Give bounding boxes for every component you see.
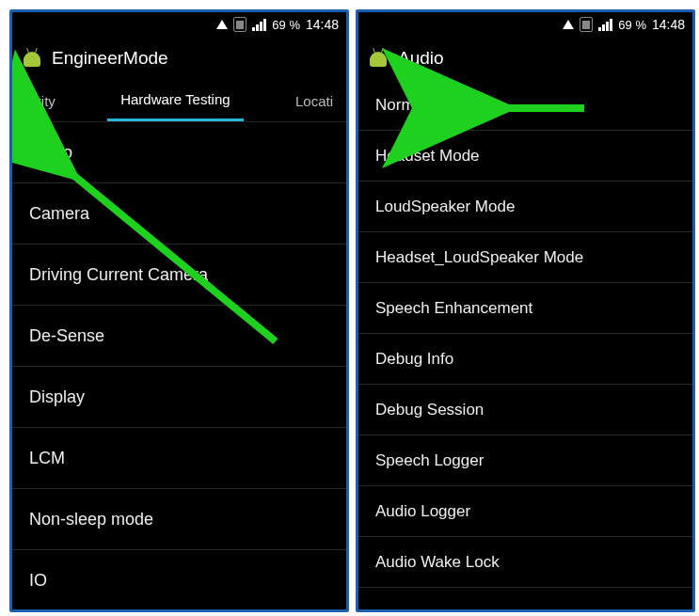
wifi-icon [563, 20, 574, 29]
screen-title: Audio [398, 48, 444, 69]
audio-list: Normal Mode Headset Mode LoudSpeaker Mod… [358, 80, 692, 588]
clock-text: 14:48 [652, 17, 685, 32]
sim-icon [233, 17, 246, 32]
list-item-non-sleep-mode[interactable]: Non-sleep mode [12, 489, 346, 550]
hardware-list: Audio Camera Driving Current Camera De-S… [12, 122, 346, 611]
list-item-io[interactable]: IO [12, 550, 346, 611]
title-bar: Audio [358, 37, 692, 80]
tab-hardware-testing[interactable]: Hardware Testing [107, 80, 243, 121]
list-item-debug-session[interactable]: Debug Session [358, 385, 692, 435]
battery-text: 69 % [618, 18, 646, 32]
clock-text: 14:48 [306, 17, 339, 32]
android-icon [22, 48, 42, 69]
list-item-headset-mode[interactable]: Headset Mode [358, 131, 692, 182]
signal-icon [598, 19, 612, 31]
status-bar: 69 % 14:48 [358, 12, 692, 37]
list-item-speech-enhancement[interactable]: Speech Enhancement [358, 283, 692, 334]
sim-icon [580, 17, 593, 32]
list-item-debug-info[interactable]: Debug Info [358, 334, 692, 385]
list-item-audio-wake-lock[interactable]: Audio Wake Lock [358, 537, 692, 588]
signal-icon [252, 19, 266, 31]
android-icon [368, 48, 389, 69]
list-item-speech-logger[interactable]: Speech Logger [358, 435, 692, 486]
status-bar: 69 % 14:48 [12, 12, 346, 37]
list-item-audio-logger[interactable]: Audio Logger [358, 486, 692, 537]
list-item-lcm[interactable]: LCM [12, 428, 346, 489]
list-item-audio[interactable]: Audio [12, 122, 346, 183]
list-item-loudspeaker-mode[interactable]: LoudSpeaker Mode [358, 182, 692, 232]
list-item-driving-current-camera[interactable]: Driving Current Camera [12, 245, 346, 306]
phone-right: 69 % 14:48 Audio Normal Mode Headset Mod… [356, 9, 695, 612]
list-item-camera[interactable]: Camera [12, 183, 346, 245]
tab-bar: ectivity Hardware Testing Locati [12, 80, 346, 122]
tab-connectivity[interactable]: ectivity [12, 80, 69, 121]
app-title: EngineerMode [52, 48, 168, 69]
phone-left: 69 % 14:48 EngineerMode ectivity Hardwar… [9, 9, 349, 612]
wifi-icon [216, 20, 228, 29]
list-item-de-sense[interactable]: De-Sense [12, 306, 346, 367]
list-item-headset-loudspeaker-mode[interactable]: Headset_LoudSpeaker Mode [358, 232, 692, 283]
battery-text: 69 % [272, 18, 300, 32]
list-item-display[interactable]: Display [12, 367, 346, 428]
title-bar: EngineerMode [12, 37, 346, 80]
list-item-normal-mode[interactable]: Normal Mode [358, 80, 692, 131]
tab-location[interactable]: Locati [282, 80, 346, 121]
